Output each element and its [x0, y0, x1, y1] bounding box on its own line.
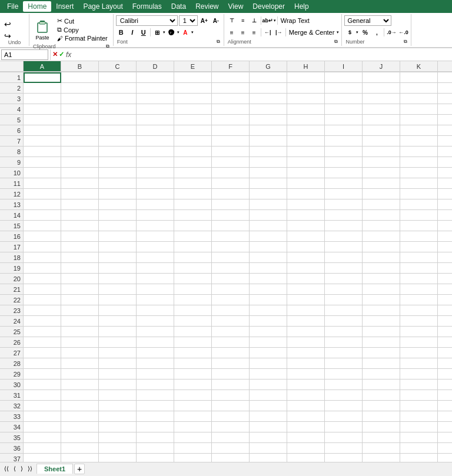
percent-button[interactable]: %: [360, 27, 370, 38]
col-header-K[interactable]: K: [400, 61, 438, 72]
cell-H34[interactable]: [287, 422, 325, 432]
cell-H5[interactable]: [287, 115, 325, 125]
cell-A18[interactable]: [24, 252, 61, 263]
cell-J18[interactable]: [363, 252, 400, 263]
cell-K1[interactable]: [400, 72, 438, 83]
cell-K23[interactable]: [400, 305, 438, 316]
menu-page-layout[interactable]: Page Layout: [78, 1, 127, 12]
bold-button[interactable]: B: [116, 27, 127, 38]
col-header-A[interactable]: A: [24, 61, 61, 72]
font-color-dropdown[interactable]: ▾: [191, 30, 194, 35]
cell-A35[interactable]: [24, 432, 61, 443]
cell-J34[interactable]: [363, 422, 400, 432]
cell-B17[interactable]: [61, 242, 99, 252]
cell-H21[interactable]: [287, 284, 325, 295]
cell-C1[interactable]: [99, 72, 137, 83]
cell-L9[interactable]: [438, 157, 452, 168]
nav-last-sheet[interactable]: ⟩⟩: [26, 465, 34, 472]
row-header-21[interactable]: 21: [0, 284, 24, 295]
cell-A6[interactable]: [24, 125, 61, 136]
cell-G28[interactable]: [250, 358, 287, 369]
cell-J30[interactable]: [363, 380, 400, 390]
cell-A22[interactable]: [24, 295, 61, 305]
cell-B12[interactable]: [61, 189, 99, 199]
cell-K37[interactable]: [400, 454, 438, 462]
undo-button[interactable]: ↩: [2, 19, 13, 29]
row-header-2[interactable]: 2: [0, 83, 24, 94]
cell-B28[interactable]: [61, 358, 99, 369]
cell-K17[interactable]: [400, 242, 438, 252]
cell-C22[interactable]: [99, 295, 137, 305]
cell-B21[interactable]: [61, 284, 99, 295]
cell-E36[interactable]: [174, 443, 212, 454]
cell-D36[interactable]: [137, 443, 174, 454]
cell-E6[interactable]: [174, 125, 212, 136]
cell-L21[interactable]: [438, 284, 452, 295]
cell-J33[interactable]: [363, 411, 400, 422]
cell-F8[interactable]: [212, 147, 250, 157]
row-header-8[interactable]: 8: [0, 147, 24, 157]
cell-E34[interactable]: [174, 422, 212, 432]
cell-C20[interactable]: [99, 274, 137, 284]
cell-L33[interactable]: [438, 411, 452, 422]
cell-F20[interactable]: [212, 274, 250, 284]
cell-A11[interactable]: [24, 178, 61, 189]
cell-I28[interactable]: [325, 358, 363, 369]
number-format-select[interactable]: General Number Currency Date Percentage: [344, 15, 391, 26]
cell-E2[interactable]: [174, 83, 212, 94]
cell-I36[interactable]: [325, 443, 363, 454]
cell-L22[interactable]: [438, 295, 452, 305]
cell-F13[interactable]: [212, 199, 250, 210]
cell-G32[interactable]: [250, 401, 287, 411]
row-header-7[interactable]: 7: [0, 136, 24, 147]
row-header-11[interactable]: 11: [0, 178, 24, 189]
cell-H9[interactable]: [287, 157, 325, 168]
cell-J2[interactable]: [363, 83, 400, 94]
cell-A30[interactable]: [24, 380, 61, 390]
cell-L37[interactable]: [438, 454, 452, 462]
row-header-10[interactable]: 10: [0, 168, 24, 178]
cell-I17[interactable]: [325, 242, 363, 252]
cell-B22[interactable]: [61, 295, 99, 305]
cell-K5[interactable]: [400, 115, 438, 125]
cell-J35[interactable]: [363, 432, 400, 443]
cell-E9[interactable]: [174, 157, 212, 168]
decrease-decimal-button[interactable]: ←.0: [398, 27, 408, 38]
nav-first-sheet[interactable]: ⟨⟨: [2, 465, 11, 472]
cell-K35[interactable]: [400, 432, 438, 443]
italic-button[interactable]: I: [127, 27, 138, 38]
cell-D27[interactable]: [137, 348, 174, 358]
cell-E23[interactable]: [174, 305, 212, 316]
cell-D11[interactable]: [137, 178, 174, 189]
cell-J27[interactable]: [363, 348, 400, 358]
cell-L15[interactable]: [438, 221, 452, 231]
cell-L13[interactable]: [438, 199, 452, 210]
cell-A21[interactable]: [24, 284, 61, 295]
row-header-17[interactable]: 17: [0, 242, 24, 252]
cell-H6[interactable]: [287, 125, 325, 136]
cell-I19[interactable]: [325, 263, 363, 274]
cell-A26[interactable]: [24, 337, 61, 348]
cell-I16[interactable]: [325, 231, 363, 242]
cell-I21[interactable]: [325, 284, 363, 295]
cell-E20[interactable]: [174, 274, 212, 284]
cell-I31[interactable]: [325, 390, 363, 401]
row-header-20[interactable]: 20: [0, 274, 24, 284]
cell-K7[interactable]: [400, 136, 438, 147]
col-header-I[interactable]: I: [325, 61, 363, 72]
cell-D18[interactable]: [137, 252, 174, 263]
cell-F24[interactable]: [212, 316, 250, 327]
cell-L16[interactable]: [438, 231, 452, 242]
cell-F11[interactable]: [212, 178, 250, 189]
cell-I14[interactable]: [325, 210, 363, 221]
cell-E14[interactable]: [174, 210, 212, 221]
cell-L5[interactable]: [438, 115, 452, 125]
cell-F23[interactable]: [212, 305, 250, 316]
cell-I25[interactable]: [325, 327, 363, 337]
cell-K11[interactable]: [400, 178, 438, 189]
cell-F29[interactable]: [212, 369, 250, 380]
cell-L8[interactable]: [438, 147, 452, 157]
cell-F9[interactable]: [212, 157, 250, 168]
cell-J36[interactable]: [363, 443, 400, 454]
cell-E10[interactable]: [174, 168, 212, 178]
